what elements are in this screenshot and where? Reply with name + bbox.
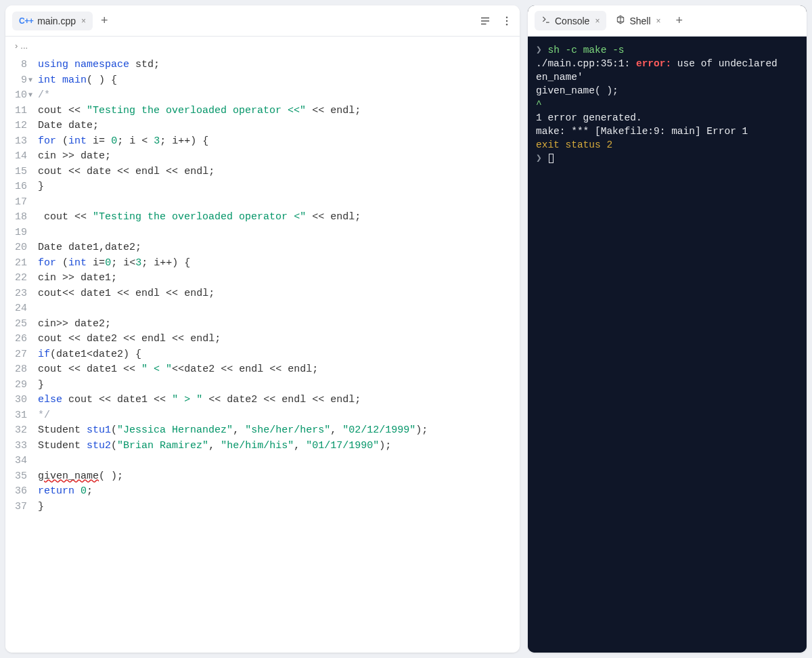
code-line[interactable]: Student stu2("Brian Ramirez", "he/him/hi…	[38, 439, 520, 454]
breadcrumb[interactable]: ›...	[5, 37, 520, 55]
terminal-icon	[541, 15, 551, 26]
line-number: 16	[15, 179, 32, 195]
line-number: 32	[15, 423, 32, 439]
tab-console[interactable]: Console ×	[535, 11, 606, 30]
code-editor[interactable]: 8 9▼10▼11 12 13 14 15 16 17 18 19 20 21 …	[5, 55, 520, 653]
tab-shell[interactable]: Shell ×	[609, 11, 667, 30]
code-line[interactable]: }	[38, 179, 520, 195]
svg-point-3	[506, 16, 508, 18]
line-number: 14	[15, 149, 32, 164]
line-number: 9▼	[15, 73, 32, 89]
line-number: 37	[15, 500, 32, 515]
line-number: 8	[15, 58, 32, 73]
line-number: 25	[15, 317, 32, 332]
line-number: 33	[15, 439, 32, 454]
tab-label: Console	[555, 16, 589, 26]
code-line[interactable]	[38, 454, 520, 469]
code-line[interactable]: */	[38, 408, 520, 424]
line-number: 24	[15, 301, 32, 317]
line-number: 11	[15, 104, 32, 119]
code-line[interactable]: cin >> date;	[38, 149, 520, 164]
line-number: 23	[15, 286, 32, 302]
code-line[interactable]: Date date;	[38, 118, 520, 134]
close-icon[interactable]: ×	[655, 16, 661, 26]
tab-label: main.cpp	[37, 16, 76, 26]
code-line[interactable]: return 0;	[38, 484, 520, 500]
code-line[interactable]: int main( ) {	[38, 73, 520, 89]
close-icon[interactable]: ×	[80, 16, 86, 26]
console-line: en_name'	[536, 70, 798, 84]
line-number: 29	[15, 378, 32, 393]
code-line[interactable]: if(date1<date2) {	[38, 347, 520, 363]
code-line[interactable]: }	[38, 378, 520, 393]
console-line: ^	[536, 97, 798, 111]
code-line[interactable]	[38, 225, 520, 241]
more-icon[interactable]	[501, 15, 513, 27]
close-icon[interactable]: ×	[593, 16, 600, 26]
line-number: 28	[15, 362, 32, 378]
code-line[interactable]: for (int i=0; i<3; i++) {	[38, 256, 520, 271]
line-gutter: 8 9▼10▼11 12 13 14 15 16 17 18 19 20 21 …	[5, 55, 38, 653]
code-line[interactable]: Date date1,date2;	[38, 240, 520, 256]
code-line[interactable]	[38, 301, 520, 317]
code-line[interactable]: cout << "Testing the overloaded operator…	[38, 104, 520, 119]
line-number: 21	[15, 256, 32, 271]
code-line[interactable]: for (int i= 0; i < 3; i++) {	[38, 134, 520, 150]
line-number: 10▼	[15, 88, 32, 104]
console-line: given_name( );	[536, 84, 798, 97]
shell-icon	[616, 15, 625, 26]
code-line[interactable]: }	[38, 500, 520, 515]
code-line[interactable]: given_name( );	[38, 469, 520, 485]
console-tab-bar: Console × Shell × +	[528, 5, 807, 37]
code-line[interactable]: cout << date1 << " < "<<date2 << endl <<…	[38, 362, 520, 378]
cpp-file-icon: C++	[19, 16, 33, 26]
line-number: 19	[15, 225, 32, 241]
line-number: 34	[15, 454, 32, 469]
line-number: 27	[15, 347, 32, 363]
line-number: 18	[15, 210, 32, 225]
line-number: 31	[15, 408, 32, 424]
code-line[interactable]	[38, 195, 520, 211]
console-line: 1 error generated.	[536, 111, 798, 125]
line-number: 13	[15, 134, 32, 150]
console-line: ❯	[536, 152, 798, 165]
code-line[interactable]: /*	[38, 88, 520, 104]
code-line[interactable]: else cout << date1 << " > " << date2 << …	[38, 393, 520, 408]
line-number: 12	[15, 118, 32, 134]
line-number: 15	[15, 164, 32, 180]
tab-label: Shell	[629, 16, 650, 26]
code-line[interactable]: cout << date2 << endl << endl;	[38, 332, 520, 347]
new-tab-button[interactable]: +	[95, 11, 114, 30]
console-line: exit status 2	[536, 138, 798, 152]
code-line[interactable]: cout<< date1 << endl << endl;	[38, 286, 520, 302]
line-number: 17	[15, 195, 32, 211]
console-panel: Console × Shell × + ❯ sh -c make -s./mai…	[528, 5, 807, 653]
console-output[interactable]: ❯ sh -c make -s./main.cpp:35:1: error: u…	[528, 37, 807, 653]
tab-main-cpp[interactable]: C++ main.cpp ×	[12, 12, 93, 30]
console-line: ❯ sh -c make -s	[536, 43, 798, 57]
code-line[interactable]: Student stu1("Jessica Hernandez", "she/h…	[38, 423, 520, 439]
code-line[interactable]: using namespace std;	[38, 58, 520, 73]
list-icon[interactable]	[479, 15, 491, 27]
line-number: 20	[15, 240, 32, 256]
editor-panel: C++ main.cpp × + ›... 8 9▼10▼11 12 13 14…	[5, 5, 520, 653]
svg-point-4	[506, 20, 508, 21]
console-line: make: *** [Makefile:9: main] Error 1	[536, 125, 798, 138]
code-area[interactable]: using namespace std;int main( ) {/*cout …	[38, 55, 520, 653]
line-number: 35	[15, 469, 32, 485]
line-number: 26	[15, 332, 32, 347]
code-line[interactable]: cin>> date2;	[38, 317, 520, 332]
console-line: ./main.cpp:35:1: error: use of undeclare…	[536, 57, 798, 70]
code-line[interactable]: cout << "Testing the overloaded operator…	[38, 210, 520, 225]
line-number: 22	[15, 271, 32, 286]
code-line[interactable]: cout << date << endl << endl;	[38, 164, 520, 180]
line-number: 30	[15, 393, 32, 408]
line-number: 36	[15, 484, 32, 500]
svg-point-5	[506, 24, 508, 25]
editor-tab-bar: C++ main.cpp × +	[5, 5, 520, 37]
new-tab-button[interactable]: +	[671, 11, 689, 30]
code-line[interactable]: cin >> date1;	[38, 271, 520, 286]
